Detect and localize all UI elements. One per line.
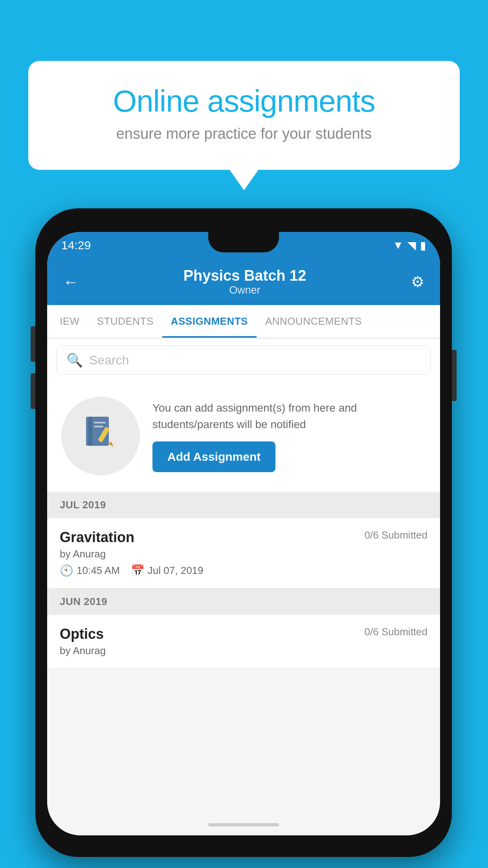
assignment-date: 📅 Jul 07, 2019	[131, 564, 204, 577]
signal-icon: ◥	[407, 239, 416, 252]
wifi-icon: ▼	[393, 239, 404, 252]
calendar-icon: 📅	[131, 564, 145, 577]
assignment-submitted-optics: 0/6 Submitted	[365, 626, 427, 638]
search-input[interactable]: Search	[89, 353, 129, 368]
battery-icon: ▮	[420, 239, 426, 252]
svg-rect-3	[94, 426, 103, 427]
search-input-wrapper[interactable]: 🔍 Search	[57, 346, 431, 375]
tab-students[interactable]: STUDENTS	[88, 305, 162, 338]
header-title: Physics Batch 12	[79, 267, 411, 284]
header-title-group: Physics Batch 12 Owner	[79, 267, 411, 296]
notebook-icon	[83, 415, 118, 458]
assignment-icon-circle	[61, 397, 140, 475]
volume-down-button[interactable]	[31, 373, 35, 409]
svg-rect-2	[94, 422, 106, 423]
tab-iew[interactable]: IEW	[51, 305, 88, 338]
month-header-jun: JUN 2019	[47, 588, 440, 615]
add-prompt-card: You can add assignment(s) from here and …	[47, 382, 440, 492]
assignment-submitted: 0/6 Submitted	[365, 529, 427, 541]
status-time: 14:29	[61, 239, 91, 252]
volume-up-button[interactable]	[31, 326, 35, 362]
status-icons: ▼ ◥ ▮	[393, 239, 426, 252]
assignment-author-optics: by Anurag	[60, 645, 427, 657]
phone-frame: 14:29 ▼ ◥ ▮ ← Physics Batch 12 Owner ⚙ I…	[35, 208, 452, 857]
app-header: ← Physics Batch 12 Owner ⚙	[47, 259, 440, 305]
assignment-item-gravitation[interactable]: Gravitation 0/6 Submitted by Anurag 🕙 10…	[47, 518, 440, 588]
speech-bubble-subtitle: ensure more practice for your students	[60, 125, 428, 142]
clock-icon: 🕙	[60, 564, 73, 577]
header-subtitle: Owner	[79, 284, 411, 296]
tab-announcements[interactable]: ANNOUNCEMENTS	[257, 305, 371, 338]
home-bar	[208, 823, 279, 826]
month-header-jul: JUL 2019	[47, 492, 440, 518]
add-assignment-button[interactable]: Add Assignment	[152, 441, 275, 472]
search-container: 🔍 Search	[47, 338, 440, 382]
assignment-title: Gravitation	[60, 529, 134, 546]
assignment-title-optics: Optics	[60, 626, 104, 642]
phone-screen: 14:29 ▼ ◥ ▮ ← Physics Batch 12 Owner ⚙ I…	[47, 232, 440, 835]
settings-icon[interactable]: ⚙	[411, 273, 424, 291]
power-button[interactable]	[452, 350, 457, 401]
speech-bubble: Online assignments ensure more practice …	[28, 61, 460, 170]
assignment-top-row-optics: Optics 0/6 Submitted	[60, 626, 427, 642]
phone-notch	[208, 232, 279, 252]
back-button[interactable]: ←	[63, 273, 79, 291]
add-prompt-content: You can add assignment(s) from here and …	[152, 400, 426, 472]
assignment-meta: 🕙 10:45 AM 📅 Jul 07, 2019	[60, 564, 427, 577]
svg-rect-1	[88, 417, 92, 446]
assignment-item-optics[interactable]: Optics 0/6 Submitted by Anurag	[47, 615, 440, 668]
add-prompt-description: You can add assignment(s) from here and …	[152, 400, 426, 433]
assignment-top-row: Gravitation 0/6 Submitted	[60, 529, 427, 546]
search-icon: 🔍	[66, 352, 83, 368]
home-indicator	[47, 814, 440, 835]
svg-marker-5	[108, 441, 114, 447]
assignment-time: 🕙 10:45 AM	[60, 564, 120, 577]
assignment-author: by Anurag	[60, 548, 427, 560]
tab-assignments[interactable]: ASSIGNMENTS	[162, 305, 257, 338]
speech-bubble-title: Online assignments	[60, 85, 428, 118]
tab-bar: IEW STUDENTS ASSIGNMENTS ANNOUNCEMENTS	[47, 305, 440, 338]
